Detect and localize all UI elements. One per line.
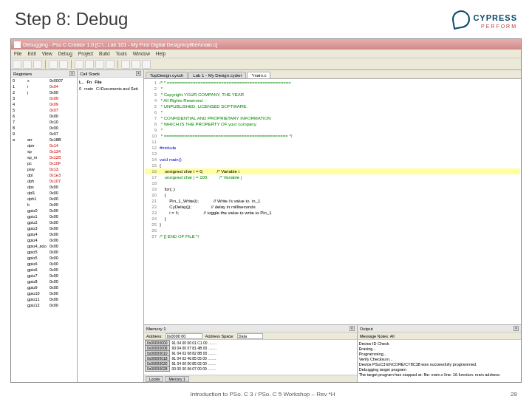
register-row[interactable]: 0x0x0007	[11, 78, 77, 83]
menu-project[interactable]: Project	[78, 51, 93, 56]
toolbar-button[interactable]	[106, 60, 115, 69]
logo: CYPRESS PERFORM	[452, 10, 517, 29]
register-row[interactable]: 90x07	[11, 131, 77, 137]
register-row[interactable]: aarr0x18B	[11, 137, 77, 143]
register-row[interactable]: 2j0x00	[11, 89, 77, 95]
register-row[interactable]: dpl10x00	[11, 190, 77, 196]
page-number: 28	[511, 391, 517, 398]
register-row[interactable]: gpio20x00	[11, 219, 77, 225]
callstack-title: Call Stack	[80, 72, 100, 76]
register-row[interactable]: 30x09	[11, 95, 77, 101]
menu-window[interactable]: Window	[133, 51, 150, 56]
register-row[interactable]: dph0x107	[11, 178, 77, 184]
footer-text: Introduction to PSo. C 3 / PSo. C 5 Work…	[191, 391, 335, 398]
tab-locals[interactable]: Locals	[146, 376, 163, 382]
register-row[interactable]: 60x00	[11, 113, 77, 119]
toolbar-button[interactable]	[95, 60, 104, 69]
titlebar[interactable]: Debugging - Pso C Creator 1.0 [C:\...Lab…	[11, 39, 521, 50]
register-row[interactable]: gpio100x00	[11, 290, 77, 296]
register-row[interactable]: 70x10	[11, 119, 77, 125]
callstack-row[interactable]: 0 main C:\Documents and Sett	[79, 86, 142, 92]
toolbar-button[interactable]	[49, 60, 58, 69]
register-row[interactable]: 50x07	[11, 107, 77, 113]
register-row[interactable]: pc0x10F	[11, 160, 77, 166]
register-row[interactable]: gpio110x00	[11, 296, 77, 302]
menu-debug[interactable]: Debug	[58, 51, 72, 56]
menu-build[interactable]: Build	[99, 51, 109, 56]
memory-row: 0x0000002800 00 00 06 07 00 00 ........	[145, 366, 356, 372]
register-row[interactable]: psw0x13	[11, 166, 77, 172]
register-row[interactable]: dptr0x14	[11, 143, 77, 149]
register-row[interactable]: sp0x134	[11, 149, 77, 154]
toolbar-button[interactable]	[23, 60, 32, 69]
menu-view[interactable]: View	[42, 51, 52, 56]
close-icon[interactable]: ×	[69, 71, 75, 76]
menu-file[interactable]: File	[14, 51, 21, 56]
register-row[interactable]: gpio40x00	[11, 237, 77, 243]
register-row[interactable]: b0x00	[11, 202, 77, 208]
register-row[interactable]: sp_m0x128	[11, 154, 77, 160]
register-row[interactable]: gpio50x00	[11, 255, 77, 261]
register-row[interactable]: 80x00	[11, 125, 77, 131]
toolbar-button[interactable]	[13, 60, 21, 69]
toolbar-button[interactable]	[121, 60, 130, 69]
toolbar-button[interactable]	[33, 60, 42, 69]
register-row[interactable]: gpio80x00	[11, 279, 77, 284]
registers-panel: Registers × 0x0x00071i0x042j0x0030x0940x…	[11, 70, 78, 382]
toolbar-button[interactable]	[59, 60, 68, 69]
toolbar-button[interactable]	[75, 60, 83, 69]
register-row[interactable]: gpio10x00	[11, 214, 77, 219]
toolbar	[11, 58, 521, 70]
menu-help[interactable]: Help	[156, 51, 166, 56]
code-editor[interactable]: 1/* * ==================================…	[144, 79, 521, 324]
register-row[interactable]: dph10x00	[11, 196, 77, 202]
register-row[interactable]: 40x09	[11, 101, 77, 107]
register-row[interactable]: gpio40x00	[11, 231, 77, 237]
memory-row: 0x0000002091 04 00 00 85 02 00 ........	[145, 361, 356, 366]
toolbar-button[interactable]	[85, 60, 94, 69]
register-row[interactable]: gpio70x00	[11, 273, 77, 279]
output-title: Output	[360, 327, 373, 331]
register-row[interactable]: gpio60x00	[11, 267, 77, 273]
register-row[interactable]: dps0x00	[11, 184, 77, 190]
window-title: Debugging - Pso C Creator 1.0 [C:\...Lab…	[23, 42, 217, 47]
tab-cydwr[interactable]: Lab 1 - My Design.cydwr	[188, 72, 246, 78]
app-icon	[14, 41, 21, 48]
toolbar-separator	[71, 60, 72, 69]
tab-memory1[interactable]: Memory 1	[165, 376, 188, 382]
register-row[interactable]: 1i0x04	[11, 83, 77, 89]
tab-topdesign[interactable]: TopDesign.cysch	[146, 72, 188, 78]
memory-address-input[interactable]	[166, 333, 202, 339]
register-row[interactable]: gpio4_ado0x00	[11, 243, 77, 249]
memory-view[interactable]: 0x0000000091 04 00 00 01 C1 00 ........0…	[144, 340, 357, 375]
close-icon[interactable]: ×	[514, 326, 519, 331]
toolbar-separator	[117, 60, 118, 69]
register-row[interactable]: gpio120x00	[11, 302, 77, 308]
close-icon[interactable]: ×	[136, 71, 141, 76]
menu-tools[interactable]: Tools	[116, 51, 127, 56]
col-file[interactable]: File	[95, 79, 101, 86]
memory-title: Memory 1	[146, 327, 166, 331]
col-level[interactable]: L..	[79, 79, 83, 86]
output-text[interactable]: Device ID CheckErasing...Programming...V…	[358, 340, 521, 382]
memory-scope-select[interactable]	[237, 333, 263, 339]
output-filter[interactable]: Message Notes: All	[360, 334, 395, 338]
register-row[interactable]: gpio50x00	[11, 249, 77, 255]
editor-area: TopDesign.cysch Lab 1 - My Design.cydwr …	[144, 70, 521, 382]
toolbar-button[interactable]	[142, 60, 151, 69]
register-row[interactable]: gpio60x00	[11, 261, 77, 267]
register-row[interactable]: dpl0x1e3	[11, 172, 77, 178]
ide-window: Debugging - Pso C Creator 1.0 [C:\...Lab…	[10, 38, 522, 383]
output-panel: Output × Message Notes: All Device ID Ch…	[358, 325, 521, 382]
register-row[interactable]: gpio90x00	[11, 284, 77, 290]
memory-scope-label: Address Space:	[205, 334, 234, 338]
toolbar-separator	[45, 60, 46, 69]
close-icon[interactable]: ×	[349, 326, 355, 331]
callstack-panel: Call Stack × L.. Fn File 0 main C:\Docum…	[78, 70, 144, 382]
register-row[interactable]: gpio30x00	[11, 225, 77, 231]
toolbar-button[interactable]	[132, 60, 140, 69]
menu-edit[interactable]: Edit	[27, 51, 35, 56]
tab-main-c[interactable]: *main.c	[247, 72, 270, 78]
col-fn[interactable]: Fn	[86, 79, 92, 86]
register-row[interactable]: gpio00x00	[11, 208, 77, 214]
